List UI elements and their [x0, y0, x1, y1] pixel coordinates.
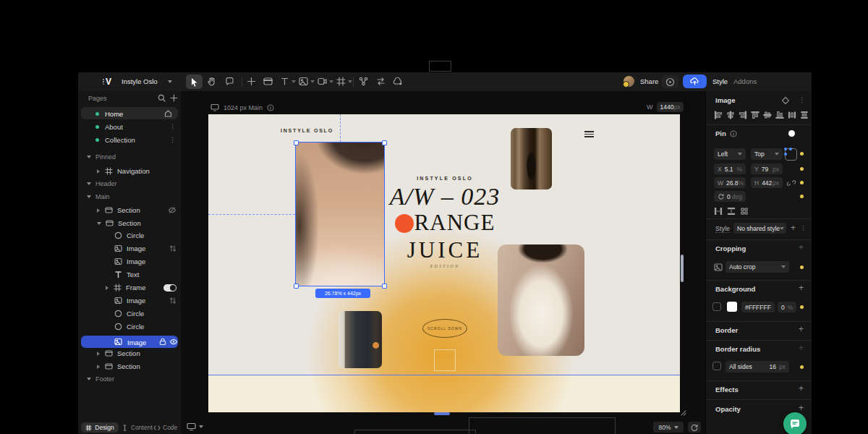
info-icon[interactable]: [267, 104, 274, 111]
background-opacity-input[interactable]: 0 %: [778, 302, 796, 312]
workflow-button[interactable]: [359, 77, 368, 86]
border-add-button[interactable]: +: [799, 326, 804, 333]
layer-row-text[interactable]: Text: [114, 271, 139, 278]
layer-row-section[interactable]: Section: [97, 349, 140, 357]
component-icon[interactable]: [781, 96, 790, 105]
background-color-input[interactable]: #FFFFFF: [741, 302, 775, 312]
layer-row-circle[interactable]: Circle: [114, 323, 144, 331]
tab-style[interactable]: Style: [712, 77, 728, 85]
frame-width-control[interactable]: W 1440 px: [647, 102, 684, 112]
lock-icon[interactable]: [159, 338, 166, 346]
tab-addons[interactable]: Addons: [733, 77, 757, 85]
design-frame[interactable]: INSTYLE OSLO 26.78% x 442px: [208, 114, 680, 412]
frame-tool[interactable]: [336, 77, 352, 86]
align-middle-v-icon[interactable]: [763, 111, 772, 119]
tab-content[interactable]: Content: [122, 422, 153, 433]
selection-handle[interactable]: [294, 140, 299, 145]
layer-row-image[interactable]: Image: [114, 244, 176, 252]
style-menu-icon[interactable]: ⋮: [800, 224, 807, 231]
row-menu-icon[interactable]: ⋮: [169, 136, 176, 143]
scroll-down-button[interactable]: SCROLL DOWN: [422, 319, 467, 338]
border-radius-checkbox[interactable]: [712, 362, 721, 370]
media-tool[interactable]: [299, 77, 315, 86]
tab-code[interactable]: Code: [153, 422, 177, 433]
section-tool[interactable]: [263, 77, 273, 85]
cropping-add-button[interactable]: +: [799, 244, 804, 251]
border-radius-add-button[interactable]: +: [799, 344, 804, 352]
anchor-vertical-select[interactable]: Top: [751, 148, 783, 160]
insert-button[interactable]: [247, 77, 256, 86]
panel-menu-icon[interactable]: ⋮: [799, 96, 805, 103]
refresh-button[interactable]: [688, 422, 701, 433]
align-top-icon[interactable]: [751, 111, 760, 119]
pages-search-button[interactable]: [158, 94, 166, 102]
rotation-input[interactable]: 0 deg: [714, 191, 746, 202]
grid-icon[interactable]: [740, 207, 749, 216]
add-style-button[interactable]: +: [791, 224, 796, 231]
frame-resize-corner-icon[interactable]: [680, 409, 686, 416]
selection-handle[interactable]: [382, 140, 387, 145]
layer-row-image-selected[interactable]: Image: [81, 336, 178, 348]
layer-row-circle[interactable]: Circle: [114, 310, 144, 318]
publish-button[interactable]: [683, 75, 707, 88]
layer-group-pinned[interactable]: Pinned: [87, 153, 116, 161]
sidebar-item-home[interactable]: Home: [81, 107, 178, 119]
border-radius-input[interactable]: All sides 16 px: [726, 361, 789, 373]
breakpoint-button[interactable]: [187, 422, 203, 431]
frame-resize-handle-right[interactable]: [681, 255, 684, 282]
frame-resize-handle-bottom[interactable]: [434, 412, 450, 415]
style-label[interactable]: Style: [715, 225, 730, 233]
opacity-add-button[interactable]: +: [799, 404, 804, 412]
padding-h-icon[interactable]: [714, 207, 723, 216]
x-input[interactable]: X 5.1 %: [714, 163, 746, 174]
select-tool[interactable]: [186, 75, 203, 89]
layer-row-image[interactable]: Image: [114, 258, 145, 265]
assets-button[interactable]: [393, 77, 403, 86]
preview-button[interactable]: [661, 75, 678, 88]
sidebar-item-about[interactable]: About ⋮: [81, 121, 178, 132]
layer-row-navigation[interactable]: Navigation: [97, 167, 150, 175]
layer-row-section[interactable]: Section: [97, 362, 140, 370]
zoom-control[interactable]: 80%: [653, 422, 684, 433]
pages-add-button[interactable]: [170, 94, 178, 102]
anchor-widget[interactable]: [785, 148, 797, 161]
project-name[interactable]: Instyle Oslo: [122, 77, 158, 85]
project-chevron-down-icon[interactable]: [168, 80, 172, 83]
menu-icon[interactable]: [584, 129, 594, 139]
layer-row-section[interactable]: Section: [97, 206, 176, 214]
video-tool[interactable]: [318, 77, 333, 86]
layer-row-image[interactable]: Image: [114, 297, 176, 305]
frame-visibility-toggle[interactable]: [163, 284, 176, 292]
width-input[interactable]: 1440 px: [657, 102, 684, 112]
layer-group-footer[interactable]: Footer: [87, 375, 114, 383]
distribute-v-icon[interactable]: [800, 111, 809, 119]
avatar[interactable]: [624, 76, 634, 87]
eye-icon[interactable]: [169, 338, 178, 346]
selection-handle[interactable]: [382, 284, 387, 289]
distribute-h-icon[interactable]: [788, 111, 796, 119]
unlink-icon[interactable]: [787, 179, 796, 187]
design-image-man[interactable]: [339, 311, 382, 368]
align-right-icon[interactable]: [739, 111, 747, 119]
row-menu-icon[interactable]: ⋮: [169, 123, 176, 130]
effects-add-button[interactable]: +: [799, 385, 804, 392]
anchor-horizontal-select[interactable]: Left: [714, 148, 746, 160]
swap-button[interactable]: [376, 77, 386, 86]
shared-style-select[interactable]: No shared style: [733, 223, 786, 234]
layer-row-section-open[interactable]: Section: [97, 219, 141, 227]
comment-tool[interactable]: [225, 77, 234, 86]
background-checkbox[interactable]: [712, 302, 721, 311]
layer-row-frame[interactable]: Frame: [106, 284, 176, 292]
padding-v-icon[interactable]: [727, 207, 736, 216]
eye-off-icon[interactable]: [168, 206, 176, 214]
width-input[interactable]: W 26.8 %: [714, 177, 746, 188]
chat-widget-button[interactable]: [783, 412, 807, 434]
frame-label[interactable]: 1024 px Main: [210, 103, 274, 111]
tab-design[interactable]: Design: [81, 422, 119, 433]
y-input[interactable]: Y 79 px: [751, 163, 783, 174]
background-color-swatch[interactable]: [727, 302, 737, 312]
hand-tool[interactable]: [207, 77, 216, 86]
selection-handle[interactable]: [294, 284, 299, 289]
info-icon[interactable]: [730, 130, 737, 137]
sidebar-item-collection[interactable]: Collection ⋮: [81, 134, 178, 145]
